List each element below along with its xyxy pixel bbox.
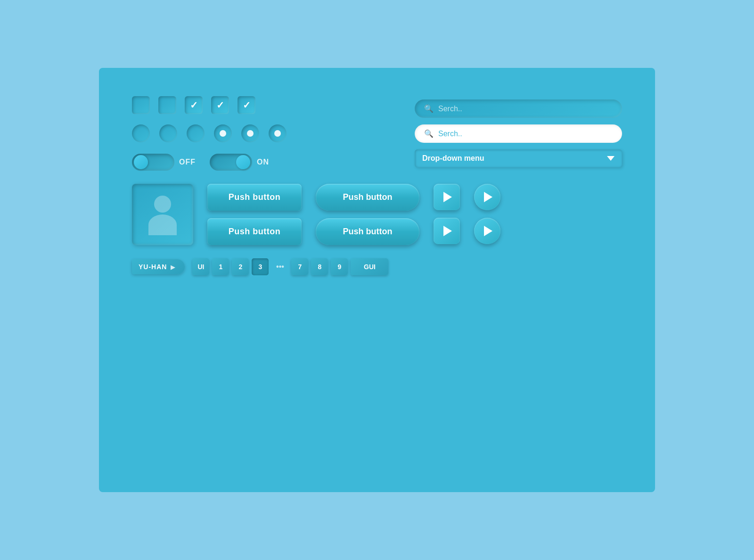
radio-1[interactable]	[132, 124, 150, 142]
search-bar-dark[interactable]: 🔍 Serch..	[415, 99, 622, 118]
page-7[interactable]: 7	[291, 258, 308, 275]
play-buttons-rect-group	[434, 184, 460, 244]
search-placeholder-2: Serch..	[438, 130, 462, 138]
pill-buttons-group: Push button Push button	[316, 184, 419, 245]
avatar-body	[148, 214, 177, 235]
radios-row	[132, 124, 396, 142]
play-icon-1	[443, 192, 452, 202]
tag-badge[interactable]: YU-HAN	[132, 259, 185, 274]
page-9[interactable]: 9	[331, 258, 348, 275]
play-icon-circle-2	[484, 226, 492, 236]
play-button-circle-1[interactable]	[474, 184, 500, 210]
page-2[interactable]: 2	[232, 258, 249, 275]
toggle-off-wrap: OFF	[132, 154, 196, 171]
avatar-head	[154, 196, 171, 213]
toggle-on-label: ON	[257, 158, 269, 166]
page-3-active[interactable]: 3	[252, 258, 269, 275]
checkbox-5[interactable]	[238, 96, 255, 114]
page-1[interactable]: 1	[212, 258, 229, 275]
gui-button[interactable]: GUI	[351, 258, 388, 275]
toggles-row: OFF ON	[132, 154, 396, 171]
radio-2[interactable]	[159, 124, 177, 142]
toggle-off-label: OFF	[179, 158, 196, 166]
checkboxes-row	[132, 96, 396, 114]
play-buttons-circle-group	[474, 184, 500, 244]
buttons-row: Push button Push button Push button Push…	[132, 184, 622, 245]
pagination-row: YU-HAN UI 1 2 3 ••• 7 8 9 GUI	[132, 258, 622, 275]
toggle-off[interactable]	[132, 154, 174, 171]
radio-5[interactable]	[241, 124, 259, 142]
toggle-on-wrap: ON	[210, 154, 269, 171]
search-bar-light[interactable]: 🔍 Serch..	[415, 124, 622, 143]
rect-buttons-group: Push button Push button	[207, 184, 302, 245]
search-icon-1: 🔍	[424, 104, 434, 113]
radio-6[interactable]	[269, 124, 287, 142]
radio-3[interactable]	[187, 124, 205, 142]
checkbox-3[interactable]	[185, 96, 203, 114]
play-icon-circle-1	[484, 192, 492, 202]
dropdown-label: Drop-down menu	[422, 154, 484, 163]
checkbox-2[interactable]	[158, 96, 176, 114]
toggle-off-knob	[134, 155, 148, 169]
play-button-rect-1[interactable]	[434, 184, 460, 210]
controls-row: OFF ON 🔍 Serch.. 🔍 Serch..	[132, 96, 622, 171]
avatar-figure	[146, 196, 179, 233]
avatar	[132, 184, 193, 245]
page-ui[interactable]: UI	[192, 258, 209, 275]
page-8[interactable]: 8	[311, 258, 328, 275]
play-button-circle-2[interactable]	[474, 218, 500, 244]
dropdown[interactable]: Drop-down menu	[415, 149, 622, 167]
checkbox-4[interactable]	[211, 96, 229, 114]
page-dots: •••	[271, 258, 288, 275]
play-icon-2	[443, 226, 452, 236]
left-controls: OFF ON	[132, 96, 396, 171]
right-controls: 🔍 Serch.. 🔍 Serch.. Drop-down menu	[415, 99, 622, 167]
search-placeholder-1: Serch..	[438, 105, 462, 113]
push-button-pill-2[interactable]: Push button	[316, 218, 419, 245]
push-button-pill-1[interactable]: Push button	[316, 184, 419, 211]
play-button-rect-2[interactable]	[434, 218, 460, 244]
toggle-on-knob	[236, 155, 250, 169]
main-card: OFF ON 🔍 Serch.. 🔍 Serch..	[99, 68, 655, 492]
search-icon-2: 🔍	[424, 129, 434, 138]
dropdown-arrow-icon	[607, 156, 615, 161]
pagination-group: UI 1 2 3 ••• 7 8 9 GUI	[192, 258, 388, 275]
checkbox-1[interactable]	[132, 96, 150, 114]
push-button-rect-1[interactable]: Push button	[207, 184, 302, 211]
toggle-on[interactable]	[210, 154, 252, 171]
radio-4[interactable]	[214, 124, 232, 142]
push-button-rect-2[interactable]: Push button	[207, 218, 302, 245]
